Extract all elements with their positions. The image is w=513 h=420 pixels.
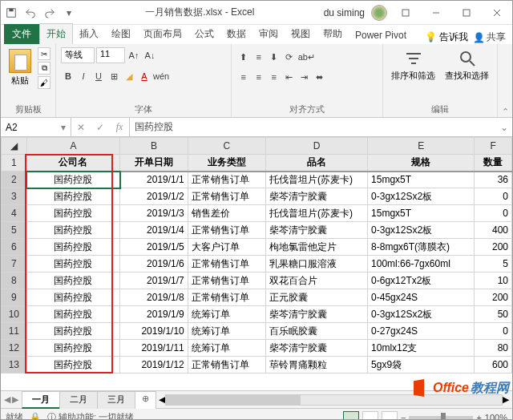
ribbon-display-icon[interactable] (394, 5, 418, 21)
cell[interactable]: 2019/1/9 (120, 306, 188, 323)
cell[interactable]: 国药控股 (26, 172, 119, 188)
decrease-indent-icon[interactable]: ⇤ (282, 70, 297, 84)
undo-icon[interactable] (23, 6, 38, 20)
cell[interactable]: 400 (475, 222, 512, 239)
merge-icon[interactable]: ⬌ (313, 70, 327, 84)
cell[interactable]: 0 (475, 205, 512, 222)
formula-input[interactable]: 国药控股 (130, 118, 496, 136)
underline-button[interactable]: U (91, 69, 106, 83)
cell[interactable]: 国药控股 (26, 222, 119, 239)
cell[interactable]: 0-45gx24S (368, 289, 475, 306)
row-header[interactable]: 7 (2, 256, 27, 273)
name-box-dropdown-icon[interactable]: ▾ (61, 122, 66, 133)
increase-font-icon[interactable]: A↑ (127, 48, 141, 63)
worksheet-grid[interactable]: ◢ A B C D E F 1 公司名 开单日期 业务类型 品名 规格 数量 2… (1, 137, 512, 390)
increase-indent-icon[interactable]: ⇥ (297, 70, 312, 84)
header-cell[interactable]: 开单日期 (120, 155, 188, 172)
cell[interactable]: 200 (475, 239, 512, 256)
row-header[interactable]: 5 (2, 222, 27, 239)
minimize-icon[interactable] (424, 5, 448, 21)
cell[interactable]: 10 (475, 273, 512, 289)
cell[interactable]: 200 (475, 289, 512, 306)
row-header[interactable]: 2 (2, 172, 27, 188)
qat-dropdown-icon[interactable]: ▾ (62, 6, 76, 20)
bold-button[interactable]: B (61, 69, 75, 83)
col-header-b[interactable]: B (120, 138, 188, 155)
row-header[interactable]: 9 (2, 289, 27, 306)
cell[interactable]: 2019/1/4 (120, 222, 188, 239)
align-right-icon[interactable]: ≡ (267, 70, 281, 84)
page-layout-view-icon[interactable] (362, 411, 378, 421)
enter-formula-icon[interactable]: ✓ (91, 118, 110, 136)
sheet-nav-prev-icon[interactable]: ◀ (4, 394, 10, 405)
tab-draw[interactable]: 绘图 (105, 24, 137, 44)
header-cell[interactable]: 规格 (368, 155, 475, 172)
cell[interactable]: 0-6gx12Tx2板 (368, 273, 475, 289)
cell[interactable]: 正常销售订单 (188, 273, 265, 289)
cell[interactable]: 国药控股 (26, 205, 119, 222)
zoom-slider[interactable] (409, 416, 473, 419)
cell[interactable]: 柴芩清宁胶囊 (266, 340, 368, 357)
cell[interactable]: 正常销售订单 (188, 172, 265, 188)
header-cell[interactable]: 品名 (266, 155, 368, 172)
cell[interactable]: 正常销售订单 (188, 256, 265, 273)
redo-icon[interactable] (42, 6, 57, 20)
format-painter-icon[interactable]: 🖌 (38, 76, 50, 89)
cell[interactable]: 统筹订单 (188, 340, 265, 357)
align-center-icon[interactable]: ≡ (252, 70, 266, 84)
tab-formulas[interactable]: 公式 (188, 24, 220, 44)
decrease-font-icon[interactable]: A↓ (143, 48, 157, 63)
cell[interactable]: 国药控股 (26, 289, 119, 306)
cell[interactable]: 15mgx5T (368, 172, 475, 188)
cell[interactable]: 国药控股 (26, 239, 119, 256)
italic-button[interactable]: I (76, 69, 91, 83)
cell[interactable]: 柴芩清宁胶囊 (266, 222, 368, 239)
cut-icon[interactable]: ✂ (38, 47, 50, 60)
cell[interactable]: 国药控股 (26, 256, 119, 273)
cell[interactable]: 正常销售订单 (188, 357, 265, 374)
row-header[interactable]: 6 (2, 239, 27, 256)
cell[interactable]: 5gx9袋 (368, 357, 475, 374)
zoom-out-icon[interactable]: − (401, 413, 406, 421)
cell[interactable]: 5 (475, 256, 512, 273)
scroll-left-icon[interactable]: ◀ (159, 394, 165, 405)
sheet-tab-feb[interactable]: 二月 (59, 391, 98, 409)
expand-formula-bar-icon[interactable]: ⌄ (496, 118, 512, 136)
phonetic-icon[interactable]: wén (152, 69, 170, 83)
user-name[interactable]: du siming (324, 7, 365, 18)
cell[interactable]: 15mgx5T (368, 205, 475, 222)
cell[interactable]: 0 (475, 188, 512, 205)
wrap-text-icon[interactable]: ab↵ (297, 50, 316, 64)
tab-view[interactable]: 视图 (285, 24, 317, 44)
tab-home[interactable]: 开始 (39, 23, 73, 44)
cell[interactable]: 0-3gx12Sx2板 (368, 306, 475, 323)
col-header-d[interactable]: D (266, 138, 368, 155)
insert-function-icon[interactable]: fx (110, 118, 129, 136)
cell[interactable]: 荜铃胃痛颗粒 (266, 357, 368, 374)
status-accessibility[interactable]: ⓘ 辅助功能: 一切就绪 (47, 411, 134, 420)
cell[interactable]: 国药控股 (26, 340, 119, 357)
cell[interactable]: 2019/1/6 (120, 256, 188, 273)
cell[interactable]: 柴芩清宁胶囊 (266, 306, 368, 323)
cell[interactable]: 正常销售订单 (188, 222, 265, 239)
row-header[interactable]: 10 (2, 306, 27, 323)
cell[interactable]: 乳果糖口服溶液 (266, 256, 368, 273)
header-cell[interactable]: 业务类型 (188, 155, 265, 172)
col-header-e[interactable]: E (368, 138, 475, 155)
cell[interactable]: 50 (475, 306, 512, 323)
cell[interactable]: 正常销售订单 (188, 188, 265, 205)
header-cell[interactable]: 公司名 (26, 155, 119, 172)
sheet-nav-next-icon[interactable]: ▶ (12, 394, 18, 405)
cell[interactable]: 0 (475, 323, 512, 340)
cell[interactable]: 统筹订单 (188, 306, 265, 323)
font-size-select[interactable]: 11 (96, 47, 125, 63)
cell[interactable]: 双花百合片 (266, 273, 368, 289)
cell[interactable]: 2019/1/1 (120, 172, 188, 188)
cell[interactable]: 国药控股 (26, 188, 119, 205)
row-header-1[interactable]: 1 (2, 155, 27, 172)
share-button[interactable]: 👤 共享 (473, 30, 506, 44)
row-header[interactable]: 12 (2, 340, 27, 357)
cell[interactable]: 托伐普坦片(苏麦卡) (266, 205, 368, 222)
cell[interactable]: 2019/1/7 (120, 273, 188, 289)
cell[interactable]: 百乐眠胶囊 (266, 323, 368, 340)
